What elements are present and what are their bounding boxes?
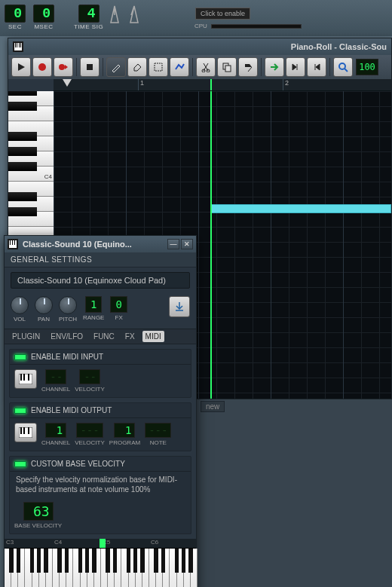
pitch-knob[interactable] — [59, 296, 77, 314]
mini-black-key[interactable] — [85, 549, 89, 573]
instrument-titlebar[interactable]: Classic-Sound 10 (Equino... — ✕ — [5, 236, 196, 252]
mini-black-key[interactable] — [17, 549, 20, 573]
ruler-mark: 1 — [138, 79, 144, 90]
midi-input-device-button[interactable] — [14, 369, 37, 389]
tab-midi[interactable]: MIDI — [142, 331, 164, 342]
playhead[interactable] — [210, 91, 212, 399]
range-lcd[interactable]: 1 — [85, 296, 102, 313]
record-step-button[interactable] — [54, 57, 73, 77]
cut-button[interactable] — [196, 57, 216, 77]
close-button[interactable]: ✕ — [181, 239, 193, 249]
mini-black-key[interactable] — [65, 549, 69, 573]
mini-black-key[interactable] — [30, 549, 34, 573]
mini-black-key[interactable] — [113, 549, 117, 573]
tab-env[interactable]: ENV/LFO — [47, 331, 86, 342]
midi-out-note[interactable]: --- — [145, 423, 171, 438]
mini-black-key[interactable] — [188, 549, 192, 573]
midi-output-device-button[interactable] — [14, 423, 37, 442]
tab-func[interactable]: FUNC — [90, 331, 118, 342]
midi-output-toggle[interactable] — [14, 408, 26, 414]
record-button[interactable] — [32, 57, 52, 77]
preset-name[interactable]: Classic-Sound 10 (Equinoxe Cloud Pad) — [11, 272, 190, 289]
mini-black-key[interactable] — [106, 549, 109, 573]
mini-keyboard[interactable] — [5, 548, 196, 587]
loop-marker[interactable] — [210, 79, 212, 90]
svg-rect-15 — [10, 240, 11, 245]
black-key[interactable] — [8, 91, 37, 96]
mini-black-key[interactable] — [92, 549, 96, 573]
midi-note[interactable] — [210, 204, 391, 213]
mini-black-key[interactable] — [182, 549, 185, 573]
mini-black-key[interactable] — [140, 549, 144, 573]
mini-black-key[interactable] — [161, 549, 165, 573]
mini-black-key[interactable] — [133, 549, 137, 573]
skip-next-button[interactable] — [265, 57, 284, 77]
stop-button[interactable] — [80, 57, 100, 77]
base-velocity[interactable]: 63 — [23, 502, 54, 521]
zoom-button[interactable] — [333, 57, 353, 77]
midi-out-program[interactable]: 1 — [114, 423, 135, 438]
midi-in-velocity[interactable]: -- — [79, 369, 100, 384]
metronome-icon-2[interactable] — [127, 5, 142, 26]
svg-rect-1 — [15, 43, 16, 47]
bottom-tab-new[interactable]: new — [201, 401, 225, 412]
pan-label: PAN — [38, 316, 50, 323]
piano-roll-toolbar: 100 — [8, 55, 391, 79]
fx-lcd[interactable]: 0 — [110, 296, 127, 313]
msec-lcd[interactable]: 0 — [33, 5, 54, 23]
draw-tool-button[interactable] — [106, 57, 126, 77]
tab-fx[interactable]: FX — [122, 331, 138, 342]
minimize-button[interactable]: — — [167, 239, 179, 249]
timeline-ruler[interactable]: 1 2 — [54, 79, 391, 91]
piano-roll-titlebar[interactable]: Piano-Roll - Classic-Sou — [8, 38, 391, 55]
copy-button[interactable] — [217, 57, 237, 77]
start-button[interactable] — [307, 57, 326, 77]
tab-plugin[interactable]: PLUGIN — [9, 331, 43, 342]
mini-black-key[interactable] — [127, 549, 130, 573]
erase-tool-button[interactable] — [127, 57, 147, 77]
mini-black-key[interactable] — [154, 549, 158, 573]
save-preset-button[interactable] — [169, 296, 190, 317]
svg-rect-24 — [23, 427, 25, 434]
black-key[interactable] — [8, 132, 37, 141]
cpu-hint[interactable]: Click to enable — [195, 8, 250, 20]
svg-point-6 — [59, 64, 65, 70]
play-button[interactable] — [11, 57, 31, 77]
custom-velocity-desc: Specify the velocity normalization base … — [10, 472, 191, 497]
select-tool-button[interactable] — [149, 57, 168, 77]
black-key[interactable] — [8, 102, 37, 111]
metronome-icon[interactable] — [107, 5, 122, 26]
mini-black-key[interactable] — [44, 549, 47, 573]
end-button[interactable] — [286, 57, 305, 77]
midi-out-channel[interactable]: 1 — [45, 423, 66, 438]
volume-knob[interactable] — [11, 296, 29, 314]
instrument-icon — [8, 239, 18, 249]
custom-velocity-toggle[interactable] — [14, 461, 26, 467]
timesig-lcd[interactable]: 4 — [78, 5, 100, 23]
svg-rect-16 — [12, 240, 13, 245]
paste-button[interactable] — [238, 57, 258, 77]
bottom-panel: new — [196, 399, 392, 587]
playhead-marker-icon[interactable] — [63, 79, 72, 87]
svg-rect-8 — [155, 63, 162, 71]
black-key[interactable] — [8, 147, 37, 156]
midi-out-velocity[interactable]: --- — [76, 423, 103, 438]
sec-lcd[interactable]: 0 — [5, 5, 26, 23]
mini-black-key[interactable] — [57, 549, 61, 573]
black-key[interactable] — [8, 207, 37, 216]
zoom-value[interactable]: 100 — [356, 59, 378, 75]
mini-black-key[interactable] — [9, 549, 13, 573]
detune-tool-button[interactable] — [170, 57, 189, 77]
black-key[interactable] — [8, 192, 37, 201]
sec-label: SEC — [8, 23, 22, 30]
midi-in-channel[interactable]: -- — [45, 369, 66, 384]
mini-black-key[interactable] — [78, 549, 82, 573]
pan-knob[interactable] — [35, 296, 53, 314]
mini-black-key[interactable] — [175, 549, 179, 573]
svg-point-5 — [38, 63, 46, 71]
midi-input-section: ENABLE MIDI INPUT --CHANNEL --VELOCITY — [9, 349, 191, 398]
midi-input-toggle[interactable] — [14, 354, 26, 360]
mini-black-key[interactable] — [37, 549, 41, 573]
black-key[interactable] — [8, 162, 37, 171]
svg-rect-23 — [20, 427, 22, 434]
